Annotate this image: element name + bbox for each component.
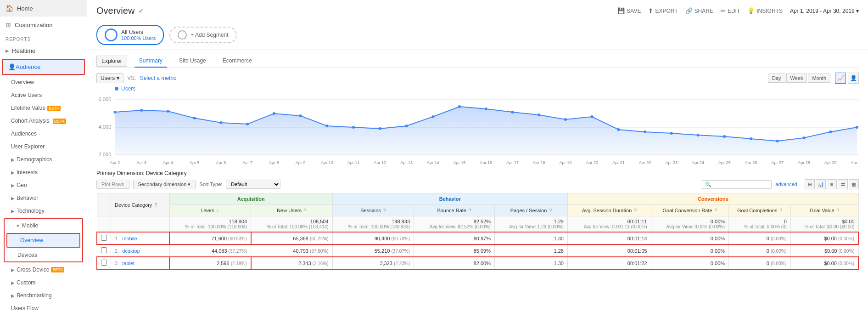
sidebar-child-technology[interactable]: ▶Technology: [0, 204, 87, 217]
sort-type-select[interactable]: Default Weighted Absolute Change: [226, 180, 280, 189]
sidebar-child-cohort-analysis[interactable]: Cohort Analysis BETA: [0, 114, 87, 127]
tab-site-usage[interactable]: Site Usage: [174, 55, 211, 68]
th-users[interactable]: Users ↓: [169, 205, 251, 216]
tab-summary[interactable]: Summary: [134, 55, 167, 68]
sidebar-item-home[interactable]: 🏠 Home: [0, 0, 87, 17]
sidebar-child-mobile-overview[interactable]: Overview: [7, 234, 79, 247]
svg-point-9: [193, 117, 196, 119]
sidebar-child-overview[interactable]: Overview: [0, 76, 87, 89]
tablet-link[interactable]: tablet: [122, 261, 134, 266]
table-search[interactable]: 🔍: [702, 180, 772, 189]
grid-view-button[interactable]: ⊞: [805, 179, 815, 189]
sidebar-child-geo[interactable]: ▶Geo: [0, 179, 87, 192]
svg-point-26: [644, 130, 646, 133]
th-goal-conversion-rate[interactable]: Goal Conversion Rate ?: [651, 205, 728, 216]
primary-dimension-text: Primary Dimension:: [96, 170, 145, 176]
svg-point-31: [776, 140, 779, 142]
row2-users: 44,083 (37.27%): [169, 244, 251, 257]
sidebar-child-devices[interactable]: Devices: [5, 249, 82, 261]
line-chart-icon[interactable]: 📈: [835, 73, 846, 84]
metric-dropdown[interactable]: Users ▾: [96, 73, 123, 83]
save-label: SAVE: [627, 8, 641, 14]
row1-checkbox[interactable]: [101, 235, 107, 241]
desktop-link[interactable]: desktop: [122, 248, 140, 254]
total-pages-session: 1.29 Avg for View: 1.29 (0.00%): [494, 216, 567, 233]
svg-point-22: [538, 113, 540, 116]
row3-checkbox[interactable]: [101, 260, 107, 266]
goal-comp-help-icon: ?: [779, 208, 782, 213]
tab-ecommerce[interactable]: Ecommerce: [218, 55, 257, 68]
th-pages-session[interactable]: Pages / Session ?: [494, 205, 567, 216]
segment-bar: All Users 100.00% Users + Add Segment: [87, 20, 868, 50]
row1-goal-conv-rate: 0.00%: [651, 232, 728, 244]
sidebar-child-interests[interactable]: ▶Interests: [0, 166, 87, 179]
sidebar-child-user-explorer[interactable]: User Explorer: [0, 140, 87, 153]
svg-text:Apr 4: Apr 4: [163, 160, 173, 165]
share-button[interactable]: 🔗 SHARE: [685, 7, 713, 14]
svg-point-24: [591, 115, 594, 118]
help-icon[interactable]: ?: [154, 203, 157, 208]
add-segment-button[interactable]: + Add Segment: [169, 27, 236, 43]
new-users-help-icon: ?: [304, 208, 307, 213]
pivot-view-button[interactable]: ≡: [827, 179, 837, 189]
th-acquisition-group: Acquisition: [169, 193, 332, 205]
svg-point-12: [273, 112, 275, 115]
save-button[interactable]: 💾 SAVE: [617, 7, 641, 14]
th-avg-session-duration[interactable]: Avg. Session Duration ?: [567, 205, 651, 216]
user-chart-icon[interactable]: 👤: [848, 73, 859, 84]
sidebar-child-active-users[interactable]: Active Users: [0, 89, 87, 102]
sidebar-child-audiences[interactable]: Audiences: [0, 127, 87, 140]
svg-point-16: [379, 127, 381, 130]
add-segment-circle: [178, 30, 187, 40]
sidebar-child-benchmarking[interactable]: ▶Benchmarking: [0, 289, 87, 302]
sidebar-child-behavior[interactable]: ▶Behavior: [0, 192, 87, 204]
row3-device: 3. tablet: [111, 257, 170, 269]
sidebar-child-lifetime-value[interactable]: Lifetime ValueBETA: [0, 102, 87, 114]
plot-rows-button[interactable]: Plot Rows: [96, 180, 129, 189]
sidebar-child-custom[interactable]: ▶Custom: [0, 276, 87, 289]
day-view-button[interactable]: Day: [768, 74, 785, 83]
svg-text:Apr 29: Apr 29: [824, 160, 837, 165]
sidebar-item-customization[interactable]: ⊞ Customization: [0, 17, 87, 33]
compare-view-button[interactable]: ⇄: [838, 179, 848, 189]
row2-checkbox[interactable]: [101, 247, 107, 253]
week-view-button[interactable]: Week: [786, 74, 807, 83]
secondary-dimension-button[interactable]: Secondary dimension ▾: [133, 180, 196, 189]
verified-icon: ✓: [138, 6, 144, 15]
sidebar-child-demographics[interactable]: ▶Demographics: [0, 153, 87, 166]
row3-users: 2,596 (2.19%): [169, 257, 251, 269]
edit-button[interactable]: ✏ EDIT: [721, 7, 740, 14]
th-new-users[interactable]: New Users ?: [251, 205, 332, 216]
sidebar-child-users-flow[interactable]: Users Flow: [0, 302, 87, 312]
svg-text:6,000: 6,000: [99, 96, 112, 102]
table-view-buttons: ⊞ 📊 ≡ ⇄ ▦: [805, 179, 859, 189]
device-category-header: Device Category: [115, 202, 152, 208]
heatmap-view-button[interactable]: ▦: [849, 179, 859, 189]
customization-icon: ⊞: [6, 21, 11, 28]
mobile-link[interactable]: mobile: [122, 236, 137, 241]
svg-point-23: [564, 118, 567, 121]
row3-goal-conv-rate: 0.00%: [651, 257, 728, 269]
sidebar-item-audience[interactable]: 👤 Audience: [3, 60, 84, 74]
total-goal-conv-rate: 0.00% Avg for View: 0.00% (0.00%): [651, 216, 728, 233]
date-range[interactable]: Apr 1, 2019 - Apr 30, 2019 ▾: [790, 8, 859, 14]
search-input[interactable]: [713, 182, 768, 187]
svg-point-11: [246, 123, 249, 125]
sidebar-child-cross-device[interactable]: ▶Cross Device BETA: [0, 263, 87, 276]
all-users-segment[interactable]: All Users 100.00% Users: [96, 25, 164, 45]
advanced-link[interactable]: advanced: [775, 182, 797, 187]
th-sessions[interactable]: Sessions ?: [332, 205, 414, 216]
sidebar-item-realtime[interactable]: ▶ Realtime: [0, 44, 87, 58]
th-goal-value[interactable]: Goal Value ?: [790, 205, 858, 216]
sidebar-child-mobile[interactable]: ▼Mobile: [5, 219, 82, 232]
month-view-button[interactable]: Month: [808, 74, 830, 83]
insights-button[interactable]: 💡 INSIGHTS: [747, 7, 783, 14]
th-bounce-rate[interactable]: Bounce Rate ?: [414, 205, 495, 216]
export-button[interactable]: ⬆ EXPORT: [648, 7, 678, 14]
share-label: SHARE: [694, 8, 713, 14]
total-bounce-rate: 82.52% Avg for View: 82.52% (0.00%): [414, 216, 495, 233]
select-metric-link[interactable]: Select a metric: [140, 75, 176, 81]
th-goal-completions[interactable]: Goal Completions ?: [729, 205, 791, 216]
chart-view-button[interactable]: 📊: [816, 179, 826, 189]
svg-text:Apr 14: Apr 14: [427, 160, 439, 165]
